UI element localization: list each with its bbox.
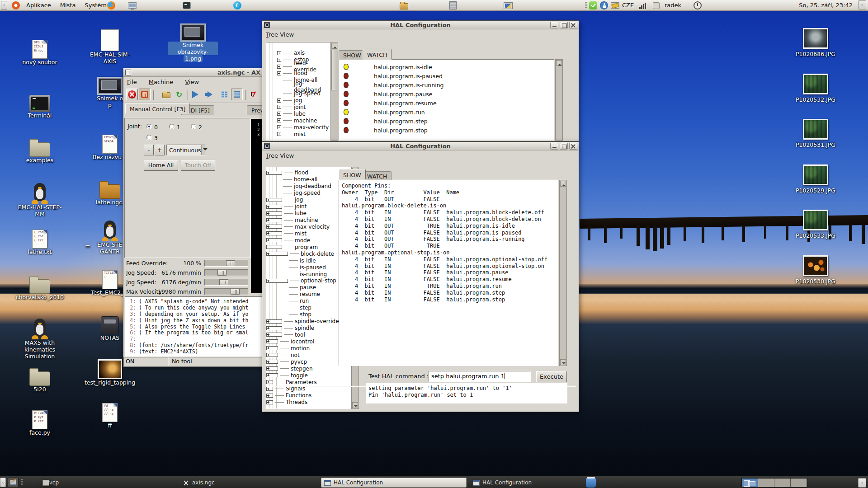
- tree-item[interactable]: is-paused: [266, 264, 351, 271]
- desktop-icon-snimek-obrazovky[interactable]: Snímek obrazovky- 1.png: [168, 23, 218, 62]
- tree-item[interactable]: tool: [266, 332, 351, 338]
- tree-item[interactable]: spindle-override: [266, 318, 351, 325]
- hal2-show-panel[interactable]: Component Pins: Owner Type Dir Value Nam…: [339, 180, 558, 366]
- tree-expander-icon[interactable]: [266, 380, 273, 384]
- jog-minus-button[interactable]: -: [144, 145, 154, 155]
- run-program-button[interactable]: [189, 89, 201, 100]
- desktop-icon-emc-hal-step-mm[interactable]: EMC-HAL-STEP-MM: [15, 183, 65, 217]
- desktop-icon-photo[interactable]: P1020531.JPG: [791, 119, 840, 148]
- signal-bars-icon[interactable]: [639, 1, 646, 10]
- tree-item[interactable]: iocontrol: [266, 338, 351, 345]
- accessibility-icon[interactable]: [600, 1, 608, 10]
- tree-expander-icon[interactable]: [266, 313, 287, 317]
- tree-item[interactable]: jog-deadband: [266, 84, 330, 90]
- file-manager-launcher-icon[interactable]: [400, 1, 408, 10]
- tree-item[interactable]: is-idle: [266, 257, 351, 264]
- desktop-icon-examples[interactable]: examples: [15, 138, 65, 164]
- tree-item[interactable]: joint: [266, 104, 330, 111]
- tree-expander-icon[interactable]: [266, 198, 282, 202]
- power-icon[interactable]: [693, 1, 702, 10]
- menu-tree-view[interactable]: Tree View: [266, 31, 294, 38]
- tree-item[interactable]: axis: [266, 50, 330, 56]
- hal1-tree-scrollbar[interactable]: [330, 42, 338, 141]
- calculator-launcher-icon[interactable]: [449, 1, 457, 10]
- tree-item[interactable]: jog: [266, 197, 351, 203]
- tree-expander-icon[interactable]: [266, 400, 273, 404]
- tree-item[interactable]: lube: [266, 110, 330, 117]
- taskbar-task-button[interactable]: axis.ngc: [180, 478, 316, 488]
- hal2-tab-show[interactable]: SHOW: [339, 169, 366, 179]
- tray-drag-handle[interactable]: [583, 1, 589, 10]
- scroll-down-icon[interactable]: [352, 402, 358, 408]
- hal-command-input[interactable]: setp halui.program.run 1: [429, 371, 531, 382]
- skype-status-icon[interactable]: [589, 1, 597, 10]
- tree-expander-icon[interactable]: [266, 171, 282, 175]
- taskbar-grip[interactable]: [21, 479, 23, 486]
- tree-expander-icon[interactable]: [266, 360, 278, 364]
- tree-expander-icon[interactable]: [266, 326, 282, 330]
- tree-expander-icon[interactable]: [266, 245, 282, 249]
- pause-program-button[interactable]: [218, 89, 230, 100]
- minimize-button[interactable]: [550, 143, 558, 150]
- tree-item[interactable]: pause: [266, 284, 351, 291]
- tree-expander-icon[interactable]: [277, 65, 281, 69]
- tree-expander-icon[interactable]: [277, 125, 281, 129]
- menu-machine[interactable]: Machine: [149, 79, 173, 85]
- hal1-tab-watch[interactable]: WATCH: [363, 49, 392, 59]
- tree-item[interactable]: jog-speed: [266, 90, 330, 97]
- desktop-icon-photo[interactable]: P1020532.JPG: [791, 74, 840, 103]
- user-switcher[interactable]: radek: [665, 0, 681, 11]
- maximize-button[interactable]: [560, 22, 568, 28]
- open-file-button[interactable]: [160, 89, 172, 100]
- tree-item[interactable]: max-velocity: [266, 224, 351, 230]
- menu-system[interactable]: Systém: [80, 0, 111, 11]
- desktop-icon-5i20[interactable]: 5i20: [15, 367, 65, 393]
- menu-view[interactable]: View: [185, 79, 199, 85]
- tree-expander-icon[interactable]: [266, 339, 278, 343]
- tree-expander-icon[interactable]: [266, 279, 288, 283]
- stop-program-button[interactable]: [231, 89, 243, 100]
- hal2-show-scrollbar[interactable]: [559, 180, 567, 366]
- watch-row[interactable]: halui.program.resume: [339, 99, 554, 108]
- tree-item[interactable]: machine: [266, 117, 330, 124]
- keyboard-layout-indicator[interactable]: CZE: [622, 0, 634, 11]
- tree-expander-icon[interactable]: [277, 78, 281, 82]
- tree-expander-icon[interactable]: [266, 211, 282, 216]
- tree-expander-icon[interactable]: [277, 71, 281, 75]
- minimize-button[interactable]: [550, 22, 558, 28]
- tree-expander-icon[interactable]: [266, 238, 282, 242]
- jog-plus-button[interactable]: +: [155, 145, 165, 155]
- tree-item[interactable]: jog-speed: [266, 190, 351, 197]
- tree-item[interactable]: flood: [266, 70, 330, 77]
- tree-item[interactable]: flood: [266, 169, 351, 176]
- scrollbar-thumb[interactable]: [331, 50, 337, 90]
- desktop-icon-terminal[interactable]: Terminál: [15, 95, 65, 119]
- display-launcher-icon[interactable]: [128, 1, 137, 10]
- menu-tree-view[interactable]: Tree View: [266, 152, 294, 159]
- slider[interactable]: [204, 288, 248, 295]
- tree-expander-icon[interactable]: [277, 105, 281, 109]
- slider-handle[interactable]: [217, 270, 226, 276]
- tree-expander-icon[interactable]: [266, 286, 287, 290]
- tree-expander-icon[interactable]: [266, 231, 282, 235]
- reload-button[interactable]: ↻: [173, 89, 185, 100]
- tree-expander-icon[interactable]: [266, 225, 282, 229]
- tree-item[interactable]: is-running: [266, 271, 351, 277]
- tree-expander-icon[interactable]: [266, 218, 282, 222]
- tree-item[interactable]: feed-override: [266, 63, 330, 70]
- tree-expander-icon[interactable]: [266, 265, 287, 269]
- tab-manual-control[interactable]: Manual Control [F3]: [125, 103, 190, 113]
- tree-expander-icon[interactable]: [266, 366, 278, 371]
- desktop-icon-photo[interactable]: P1020529.JPG: [791, 164, 840, 194]
- maximize-button[interactable]: [560, 143, 568, 150]
- hal2-tab-watch[interactable]: WATCH: [363, 171, 392, 181]
- tree-item[interactable]: optional-stop: [266, 277, 351, 284]
- hal1-tab-show[interactable]: SHOW: [339, 50, 366, 60]
- desktop-icon-lathe-txt[interactable]: ( Por( Par( Fri lathe.txt: [15, 230, 65, 255]
- tree-expander-icon[interactable]: [277, 92, 281, 96]
- tree-item[interactable]: mist: [266, 230, 351, 237]
- slider[interactable]: [204, 279, 248, 286]
- tree-expander-icon[interactable]: [266, 272, 287, 276]
- taskbar-task-button[interactable]: HAL Configuration: [470, 478, 584, 488]
- tree-item[interactable]: stop: [266, 311, 351, 318]
